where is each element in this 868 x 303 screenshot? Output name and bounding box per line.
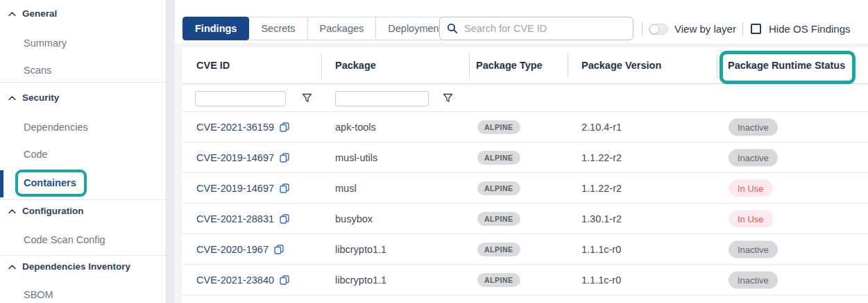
- sidebar-section-label: Configuration: [22, 204, 83, 218]
- sidebar-section-configuration[interactable]: Configuration: [8, 204, 83, 218]
- tab-group: Findings Secrets Packages Deployments: [183, 17, 459, 40]
- sidebar-section-security[interactable]: Security: [8, 91, 59, 105]
- package-name: busybox: [335, 213, 373, 224]
- cve-search-box[interactable]: [439, 17, 633, 40]
- package-name: apk-tools: [335, 122, 376, 133]
- findings-table: CVE ID Package Package Type Package Vers…: [182, 47, 868, 303]
- table-row[interactable]: CVE-2019-14697 musl ALPINE 1.1.22-r2 In …: [182, 173, 868, 204]
- tab-secrets[interactable]: Secrets: [248, 17, 307, 40]
- cve-link[interactable]: CVE-2021-23840: [196, 275, 274, 286]
- cve-link[interactable]: CVE-2021-36159: [196, 122, 274, 133]
- package-type-badge: ALPINE: [477, 212, 520, 226]
- cve-cell: CVE-2021-28831: [196, 213, 289, 224]
- toolbar-divider: [642, 22, 643, 35]
- package-filter-input[interactable]: [335, 91, 429, 106]
- app-root: General Summary Scans Security Dependenc…: [0, 0, 868, 303]
- copy-icon[interactable]: [274, 245, 284, 254]
- copy-icon[interactable]: [280, 122, 289, 132]
- toolbar: Findings Secrets Packages Deployments Vi…: [175, 0, 868, 43]
- sidebar-item-code[interactable]: Code: [24, 147, 48, 161]
- column-header-package[interactable]: Package: [335, 60, 376, 71]
- package-type-badge: ALPINE: [477, 120, 520, 134]
- package-version: 1.1.1c-r0: [581, 244, 621, 255]
- package-name: libcrypto1.1: [335, 275, 386, 286]
- sidebar-section-general[interactable]: General: [8, 7, 57, 21]
- package-type-badge: ALPINE: [477, 181, 520, 195]
- chevron-up-icon: [8, 265, 16, 270]
- package-version: 1.1.1c-r0: [581, 275, 621, 286]
- sidebar-item-summary[interactable]: Summary: [24, 36, 67, 50]
- table-row[interactable]: CVE-2019-14697 musl-utils ALPINE 1.1.22-…: [182, 142, 868, 173]
- package-type-badge: ALPINE: [477, 151, 520, 165]
- package-version: 1.1.22-r2: [581, 183, 622, 194]
- cve-link[interactable]: CVE-2019-14697: [196, 183, 274, 194]
- search-input[interactable]: [464, 23, 626, 34]
- table-row[interactable]: CVE-2021-28831 busybox ALPINE 1.30.1-r2 …: [182, 204, 868, 234]
- filter-funnel-icon[interactable]: [443, 93, 453, 103]
- chevron-up-icon: [8, 96, 16, 101]
- cve-cell: CVE-2021-23840: [196, 275, 289, 286]
- copy-icon[interactable]: [280, 275, 289, 285]
- column-header-cve-id[interactable]: CVE ID: [196, 60, 230, 71]
- view-by-layer-toggle[interactable]: [649, 24, 668, 35]
- search-icon: [447, 23, 458, 34]
- table-filter-row: [182, 84, 868, 112]
- cve-cell: CVE-2020-1967: [196, 244, 284, 255]
- cve-link[interactable]: CVE-2019-14697: [196, 152, 274, 163]
- active-item-indicator: [0, 170, 3, 197]
- sidebar-divider: [0, 199, 166, 200]
- runtime-status-badge: Inactive: [729, 149, 778, 166]
- cve-link[interactable]: CVE-2020-1967: [196, 244, 269, 255]
- package-version: 1.1.22-r2: [581, 152, 622, 163]
- main-panel: Findings Secrets Packages Deployments Vi…: [175, 0, 868, 303]
- copy-icon[interactable]: [280, 214, 289, 224]
- tab-packages[interactable]: Packages: [307, 17, 377, 40]
- runtime-status-badge: Inactive: [729, 271, 778, 288]
- package-version: 2.10.4-r1: [581, 122, 622, 133]
- chevron-up-icon: [8, 209, 16, 214]
- sidebar-item-scans[interactable]: Scans: [24, 63, 51, 77]
- column-header-package-version[interactable]: Package Version: [581, 60, 661, 71]
- package-version: 1.30.1-r2: [581, 213, 622, 224]
- column-header-package-runtime-status[interactable]: Package Runtime Status: [728, 60, 845, 71]
- column-separator: [321, 54, 322, 79]
- copy-icon[interactable]: [280, 183, 289, 193]
- copy-icon[interactable]: [280, 153, 289, 163]
- package-name: musl-utils: [335, 152, 377, 163]
- filter-funnel-icon[interactable]: [302, 93, 312, 103]
- package-name: libcrypto1.1: [335, 244, 386, 255]
- table-row[interactable]: CVE-2021-23840 libcrypto1.1 ALPINE 1.1.1…: [182, 265, 868, 295]
- package-name: musl: [335, 183, 357, 194]
- sidebar-section-dependencies-inventory[interactable]: Dependencies Inventory: [8, 260, 130, 274]
- toggle-knob: [649, 24, 659, 34]
- hide-os-findings-label: Hide OS Findings: [769, 23, 851, 35]
- runtime-status-badge: Inactive: [729, 240, 778, 258]
- sidebar-divider: [0, 82, 166, 83]
- sidebar-item-code-scan-config[interactable]: Code Scan Config: [24, 233, 105, 247]
- sidebar-scrollbar[interactable]: [166, 0, 175, 303]
- runtime-status-badge: In Use: [729, 179, 773, 197]
- sidebar-section-label: Dependencies Inventory: [22, 260, 130, 274]
- column-header-package-type[interactable]: Package Type: [476, 60, 543, 71]
- cve-cell: CVE-2019-14697: [196, 152, 289, 163]
- sidebar-section-label: Security: [22, 91, 59, 105]
- cve-cell: CVE-2019-14697: [196, 183, 289, 194]
- view-by-layer-label: View by layer: [674, 23, 736, 35]
- cve-id-filter-input[interactable]: [195, 91, 286, 106]
- cve-cell: CVE-2021-36159: [196, 122, 289, 133]
- toolbar-divider: [742, 22, 743, 35]
- package-type-badge: ALPINE: [477, 273, 520, 287]
- package-type-badge: ALPINE: [477, 243, 520, 256]
- hide-os-findings-checkbox[interactable]: [751, 24, 761, 34]
- sidebar-item-dependencies[interactable]: Dependencies: [24, 120, 88, 134]
- table-row[interactable]: CVE-2021-36159 apk-tools ALPINE 2.10.4-r…: [182, 112, 868, 142]
- column-separator: [568, 54, 568, 79]
- sidebar-item-sbom[interactable]: SBOM: [24, 288, 53, 302]
- sidebar-item-containers[interactable]: Containers: [24, 176, 76, 190]
- sidebar-divider: [0, 255, 166, 256]
- tab-findings[interactable]: Findings: [182, 17, 249, 40]
- cve-link[interactable]: CVE-2021-28831: [196, 213, 274, 224]
- table-row[interactable]: CVE-2020-1967 libcrypto1.1 ALPINE 1.1.1c…: [182, 234, 868, 265]
- sidebar: General Summary Scans Security Dependenc…: [0, 0, 166, 303]
- column-separator: [469, 54, 470, 79]
